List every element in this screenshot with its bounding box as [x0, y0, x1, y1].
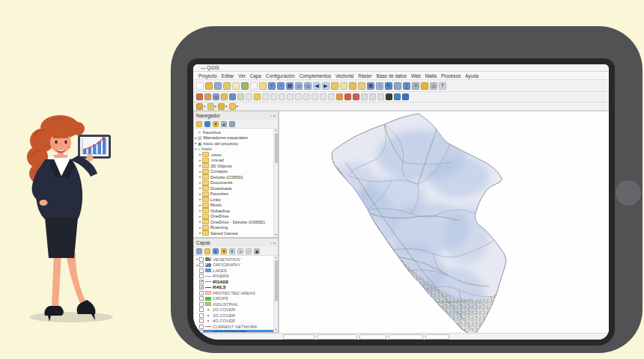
tree-item[interactable]: ▸ 3D Objects	[194, 163, 278, 169]
remove-layer-icon[interactable]: ▣	[254, 248, 260, 254]
tree-item[interactable]: ▸ Saved Games	[194, 230, 278, 236]
float-panel-icon[interactable]: ▫	[270, 114, 272, 118]
diagram-options-icon[interactable]	[353, 93, 359, 100]
toggle-editing-icon[interactable]	[254, 93, 261, 100]
text-annotation-icon[interactable]: T	[439, 82, 446, 90]
layer-row[interactable]: ▸ VEGETATION	[194, 257, 278, 263]
tree-item[interactable]: ▸ OneDrive	[194, 214, 278, 220]
style-manager-icon[interactable]	[223, 82, 231, 90]
clock-temporal-icon[interactable]: ○	[376, 82, 383, 90]
move-label-icon[interactable]	[361, 93, 368, 100]
menu-item[interactable]: Procesos	[439, 73, 463, 79]
data-source-manager-icon[interactable]	[196, 103, 203, 110]
map-canvas[interactable]	[279, 111, 609, 333]
layer-checkbox[interactable]	[199, 307, 204, 312]
new-virtual-layer-icon[interactable]: V	[213, 93, 219, 100]
menu-item[interactable]: Web	[409, 73, 423, 79]
layer-labeling-icon[interactable]	[344, 93, 351, 100]
undo-icon[interactable]	[320, 93, 326, 100]
tree-item[interactable]: ▸ OneDrive - Deloitte (O365D)	[194, 219, 278, 225]
layer-row[interactable]: 2G COVER	[194, 307, 278, 313]
current-edits-icon[interactable]	[246, 93, 252, 100]
tree-item[interactable]: ▸ ▣ Inicio del proyecto	[194, 141, 278, 147]
properties-icon[interactable]	[229, 121, 235, 127]
add-vector-layer-icon[interactable]	[204, 93, 211, 100]
filter-legend-icon[interactable]: ▼	[221, 248, 227, 254]
filter-expression-icon[interactable]: ▾	[229, 248, 235, 254]
layer-checkbox[interactable]	[199, 257, 204, 262]
rotate-label-icon[interactable]	[369, 93, 376, 100]
add-raster-layer-icon[interactable]	[218, 103, 225, 110]
tree-item[interactable]: ▸ Music	[194, 203, 278, 209]
zoom-last-icon[interactable]: ◀	[313, 82, 321, 90]
scroll-down-icon[interactable]: ▼	[274, 233, 278, 237]
layer-checkbox[interactable]	[199, 330, 204, 332]
layer-checkbox[interactable]	[199, 263, 204, 267]
tree-item[interactable]: ▸ Favorites	[194, 191, 278, 197]
tree-item[interactable]: ▸ Contacts	[194, 169, 278, 175]
add-vector-layer-icon[interactable]	[207, 103, 214, 110]
cut-features-icon[interactable]	[295, 93, 302, 100]
layer-checkbox[interactable]	[199, 291, 204, 295]
layers-scrollbar[interactable]: ▲ ▼	[273, 256, 278, 332]
paste-features-icon[interactable]	[312, 93, 318, 100]
scroll-down-icon[interactable]: ▼	[274, 328, 278, 332]
add-feature-icon[interactable]	[270, 93, 277, 100]
tree-item[interactable]: ▸ Downloads	[194, 185, 278, 191]
float-panel-icon[interactable]: ▫	[270, 241, 272, 245]
layer-styling-icon[interactable]	[196, 248, 202, 254]
add-delimited-text-icon[interactable]	[221, 93, 228, 100]
pan-map-icon[interactable]	[250, 82, 258, 90]
menu-item[interactable]: Ayuda	[463, 73, 481, 79]
menu-item[interactable]: Configuración	[264, 73, 297, 79]
python-console-icon[interactable]	[394, 93, 401, 100]
add-group-icon[interactable]	[204, 248, 210, 254]
layer-checkbox[interactable]	[199, 319, 204, 323]
layer-row[interactable]: LAKES	[194, 268, 278, 274]
vertex-tool-icon[interactable]	[279, 93, 285, 100]
processing-toolbox-icon[interactable]	[421, 82, 428, 90]
refresh-map-icon[interactable]: ↻	[385, 82, 392, 90]
zoom-full-icon[interactable]: ▦	[286, 82, 294, 90]
layer-row[interactable]: 3G COVER	[194, 313, 278, 319]
zoom-to-layer-icon[interactable]: ◎	[304, 82, 312, 90]
expand-all-icon[interactable]: +	[237, 248, 243, 254]
refresh-browser-icon[interactable]: ↻	[204, 121, 210, 127]
tree-item[interactable]: ▸ Documents	[194, 180, 278, 186]
save-project-icon[interactable]	[214, 82, 222, 90]
tree-item[interactable]: ▸ .ms-ad	[194, 158, 278, 164]
add-wms-icon[interactable]	[237, 93, 244, 100]
tree-item[interactable]: ▸ Roaming	[194, 225, 278, 231]
change-label-icon[interactable]	[377, 93, 384, 100]
print-layout-icon[interactable]	[232, 82, 240, 90]
statistics-icon[interactable]: ∑	[403, 82, 410, 90]
tree-item[interactable]: ▸ Links	[194, 197, 278, 203]
help-contents-icon[interactable]	[402, 93, 409, 100]
tree-item[interactable]: ★ Favoritos	[194, 129, 278, 135]
labeling-options-icon[interactable]	[336, 93, 343, 100]
options-gear-icon[interactable]	[394, 82, 401, 90]
layer-row[interactable]: ▸ OROGRAPHY	[194, 263, 278, 269]
browser-scrollbar[interactable]: ▲ ▼	[273, 129, 278, 237]
layer-row[interactable]: 4G COVER	[194, 319, 278, 325]
layer-row[interactable]: PROTECTED AREAS	[194, 290, 278, 296]
scroll-up-icon[interactable]: ▲	[274, 129, 278, 132]
measure-menu-icon[interactable]: ≡	[412, 82, 419, 90]
menu-item[interactable]: Complementos	[297, 73, 333, 79]
layer-checkbox[interactable]	[199, 313, 204, 318]
layout-manager-icon[interactable]	[241, 82, 249, 90]
menu-item[interactable]: Vectorial	[333, 73, 356, 79]
add-mesh-layer-icon[interactable]	[229, 103, 236, 110]
identify-features-icon[interactable]	[349, 82, 356, 90]
layer-row[interactable]: INDUSTRIAL	[194, 301, 278, 307]
menu-item[interactable]: Malla	[423, 73, 439, 79]
layer-checkbox[interactable]	[199, 280, 204, 284]
grass-tools-icon[interactable]	[386, 93, 392, 100]
menu-item[interactable]: Capa	[248, 73, 264, 79]
layer-row[interactable]: RIVERS	[194, 274, 278, 280]
tree-item[interactable]: ▸ Nobackup	[194, 208, 278, 214]
layer-row[interactable]: CROPS	[194, 296, 278, 302]
menu-item[interactable]: Editar	[219, 73, 236, 79]
tree-item[interactable]: ▸ .cisco	[194, 152, 278, 158]
add-postgis-icon[interactable]	[229, 93, 236, 100]
